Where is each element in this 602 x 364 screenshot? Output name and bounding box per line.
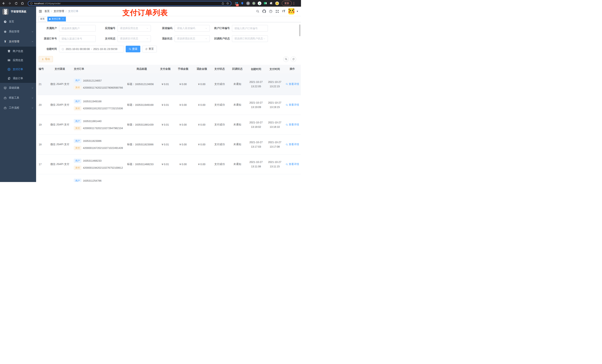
date-range-value: 2021-10-01 00:00:00-2021-10-31 23:59:59: [66, 48, 117, 51]
pay-tag: 支付: [74, 106, 81, 110]
chevron-down-icon: [32, 31, 33, 33]
filter-label-channel-code: 渠道编码: [151, 27, 174, 30]
view-detail-link[interactable]: 查看详情: [286, 123, 299, 126]
sidebar-logo[interactable]: 芋道管理系统: [0, 7, 36, 17]
view-detail-link[interactable]: 查看详情: [286, 143, 299, 146]
extension-command-icon[interactable]: ⌘: [246, 1, 250, 5]
breadcrumb-pay[interactable]: 支付管理: [54, 10, 64, 13]
chevron-down-icon: [205, 27, 207, 29]
sidebar-item-home[interactable]: 首页: [0, 17, 36, 27]
browser-menu-icon[interactable]: [294, 2, 294, 5]
table-row: 21 微信 JSAPI 支付 商户1635312124657 支付4200001…: [37, 73, 301, 95]
extension-record-icon[interactable]: [252, 1, 256, 5]
table-row: 20 微信 JSAPI 支付 商户1635311949168 支付4200001…: [37, 95, 301, 115]
monitor-chart-icon: [4, 86, 7, 90]
extensions-puzzle-icon[interactable]: [269, 1, 273, 5]
breadcrumb-home[interactable]: 首页: [44, 10, 50, 13]
chevron-down-icon: [205, 38, 207, 40]
sidebar-item-merchant-info[interactable]: 商户信息: [0, 47, 36, 56]
help-icon[interactable]: [269, 10, 272, 13]
view-detail-link[interactable]: 查看详情: [286, 83, 299, 86]
fullscreen-icon[interactable]: [275, 10, 279, 13]
view-detail-link[interactable]: 查看详情: [286, 103, 299, 106]
table-toolbar: 导出: [39, 56, 296, 62]
merchant-tag: 商户: [74, 119, 81, 123]
pay-tag: 支付: [74, 146, 81, 150]
back-button[interactable]: [1, 1, 6, 6]
github-icon[interactable]: [262, 10, 266, 13]
channel-order-no-input[interactable]: [62, 37, 93, 40]
table-row: 19 微信 JSAPI 支付 商户1635311881440 支付4200001…: [37, 115, 301, 135]
briefcase-icon: [4, 106, 7, 110]
search-button[interactable]: 搜索: [126, 46, 140, 52]
extension-grid-icon[interactable]: 10: [234, 1, 238, 5]
merchant-order-no-field[interactable]: [232, 25, 268, 32]
extension-y-icon[interactable]: y: [258, 1, 261, 5]
channel-order-no-field[interactable]: [59, 35, 96, 42]
col-created: 创建时间: [246, 67, 266, 71]
tag-close-icon[interactable]: ×: [62, 18, 64, 20]
sidebar-item-system[interactable]: 系统管理: [0, 27, 36, 37]
sidebar-item-workflow[interactable]: 工作流程: [0, 103, 36, 113]
col-fee: 手续金额: [173, 67, 193, 71]
site-info-icon[interactable]: [30, 2, 33, 5]
store-icon: [7, 50, 11, 53]
sidebar-item-pay[interactable]: ¥ 支付管理: [0, 37, 36, 47]
yen-circle-icon: [7, 68, 11, 71]
notify-text: 未通知: [228, 163, 246, 166]
extensions-row: 10 ⌘ y: [234, 1, 279, 5]
bookmark-star-icon[interactable]: [226, 2, 229, 5]
font-size-icon[interactable]: TT: [282, 10, 285, 13]
chevron-down-icon: [32, 97, 33, 99]
sidebar-item-infra[interactable]: 基础设施: [0, 83, 36, 93]
pay-submenu: 商户信息 应用信息 支付订单 退款订单: [0, 47, 36, 83]
refresh-button[interactable]: [291, 56, 296, 62]
gear-icon: [4, 30, 7, 33]
table-header-row: 编号 支付渠道 支付订单 商品标题 支付金额 手续金额 退款金额 支付状态 回调…: [37, 65, 301, 73]
app-select[interactable]: 请选择应用信息: [118, 25, 151, 32]
scrollbar-thumb[interactable]: [299, 24, 301, 36]
merchant-order-no-input[interactable]: [234, 27, 266, 30]
update-button[interactable]: 更新: [282, 1, 292, 6]
url-bar[interactable]: localhost:1024/pay/order: [28, 1, 231, 6]
avatar-caret-icon[interactable]: ▼: [296, 10, 298, 12]
user-avatar[interactable]: [288, 8, 294, 14]
channel-code-select[interactable]: 请输入渠道编码: [174, 25, 210, 32]
reset-button[interactable]: 重置: [142, 46, 157, 52]
pay-status-select[interactable]: 请选择支付状态: [118, 35, 151, 42]
view-detail-link[interactable]: 查看详情: [286, 163, 299, 166]
merchant-input[interactable]: [62, 27, 93, 30]
sidebar-item-dev-tools[interactable]: 研发工具: [0, 93, 36, 103]
export-button[interactable]: 导出: [39, 56, 53, 62]
table-row: 17 微信 JSAPI 支付 商户1635311468233 支付4200001…: [37, 155, 301, 174]
home-button[interactable]: [20, 1, 25, 6]
share-icon[interactable]: [221, 2, 224, 5]
notify-text: 未通知: [228, 143, 246, 146]
reload-button[interactable]: [13, 1, 19, 6]
sidebar-item-refund-order[interactable]: 退款订单: [0, 74, 36, 83]
status-text: 支付成功: [211, 83, 228, 86]
show-search-button[interactable]: [283, 56, 289, 62]
extension-kite-icon[interactable]: [240, 1, 244, 5]
notify-status-select[interactable]: 请选择订单回调商户状态: [232, 35, 268, 42]
tag-home[interactable]: 首页: [39, 17, 46, 21]
pay-tag: 支付: [74, 126, 81, 130]
sidebar-item-pay-order[interactable]: 支付订单: [0, 65, 36, 74]
refund-status-select[interactable]: 请选择退款状态: [174, 35, 210, 42]
forward-button[interactable]: [7, 1, 13, 6]
notify-text: 未通知: [228, 103, 246, 106]
orders-table: 编号 支付渠道 支付订单 商品标题 支付金额 手续金额 退款金额 支付状态 回调…: [37, 65, 301, 182]
tag-pay-order[interactable]: 支付订单 ×: [47, 17, 66, 21]
search-icon[interactable]: [256, 10, 259, 13]
merchant-select[interactable]: [59, 25, 96, 32]
extension-badge: 10: [236, 4, 239, 6]
pay-tag: 支付: [74, 166, 81, 170]
table-row: 18 微信 JSAPI 支付 商户1635311823086 支付4200001…: [37, 135, 301, 155]
sidebar-toggle-icon[interactable]: [36, 10, 44, 13]
col-title: 商品标题: [127, 67, 157, 71]
extension-chat-icon[interactable]: [263, 1, 267, 5]
create-time-range-picker[interactable]: 2021-10-01 00:00:00-2021-10-31 23:59:59: [59, 46, 124, 52]
sidebar-item-app-info[interactable]: 应用信息: [0, 56, 36, 65]
profile-avatar-emoji[interactable]: [275, 1, 279, 5]
col-status: 支付状态: [211, 67, 228, 71]
